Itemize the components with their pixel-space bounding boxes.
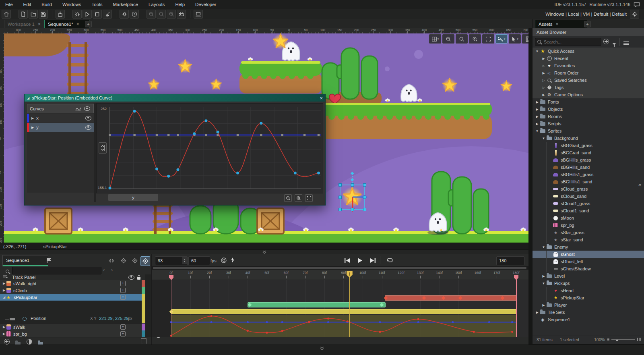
asset-tree-item-Objects[interactable]: ▶Objects: [533, 106, 644, 113]
select-tool-button[interactable]: ▾: [509, 34, 521, 44]
eye-icon[interactable]: [84, 106, 90, 111]
search-next-button[interactable]: ›: [111, 267, 113, 273]
crate-sprite[interactable]: [45, 208, 72, 234]
curve-window-titlebar[interactable]: ◢ sPickupStar: Position (Embedded Curve)…: [25, 94, 325, 102]
canvas-zoom-out-button[interactable]: [442, 34, 454, 44]
scale-handle[interactable]: [339, 196, 342, 199]
asset-tree-item-sGhostShadow[interactable]: sGhostShadow: [533, 265, 644, 272]
zoom-out-button[interactable]: [147, 10, 156, 19]
eye-icon[interactable]: [85, 125, 91, 130]
asset-search-box[interactable]: [535, 38, 601, 46]
curve-graph[interactable]: 252155.1: [96, 103, 323, 193]
asset-tree-item-sGhost[interactable]: sGhost: [533, 251, 644, 258]
scale-handle[interactable]: [363, 196, 366, 199]
lock-icon[interactable]: [137, 277, 140, 280]
asset-tree-item-Saved Searches[interactable]: ▷Saved Searches: [533, 77, 644, 84]
asset-tree-item-sStar_sand[interactable]: ★sStar_sand: [533, 236, 644, 243]
zoom-in-button[interactable]: [167, 10, 176, 19]
filter-icon[interactable]: [612, 39, 616, 47]
asset-tree-item-sCloud_grass[interactable]: sCloud_grass: [533, 185, 644, 193]
asset-tree-item-Tags[interactable]: ▷Tags: [533, 84, 644, 91]
zoom-slider[interactable]: [611, 339, 635, 340]
timeline[interactable]: 0f10f20f30f40f50f60f70f80f90f100f110f120…: [152, 266, 528, 337]
asset-tree-item-Tile Sets[interactable]: ▶Tile Sets: [533, 309, 644, 316]
menu-help[interactable]: Help: [170, 2, 190, 7]
position-track-row[interactable]: Position X Y 221.29, 225.29 px: [0, 301, 142, 324]
stop-button[interactable]: [93, 10, 102, 19]
asset-tree-item-sMoon[interactable]: sMoon: [533, 214, 644, 222]
play-button[interactable]: [355, 256, 365, 264]
feedback-icon[interactable]: [634, 2, 640, 7]
fit-view-button[interactable]: [482, 34, 494, 44]
canvas-zoom-in-button[interactable]: [469, 34, 481, 44]
graph-zoom-in-button[interactable]: [295, 194, 302, 202]
add-parameter-button[interactable]: +: [120, 324, 126, 330]
asset-tree-item-Fonts[interactable]: ▶Fonts: [533, 98, 644, 106]
asset-tree-item-Background[interactable]: ▼Background: [533, 135, 644, 142]
asset-tree-item-Pickups[interactable]: ▼Pickups: [533, 280, 644, 287]
close-icon[interactable]: ×: [320, 95, 323, 101]
channel-row-x[interactable]: ▶ x: [27, 114, 94, 122]
asset-tree-item-spr_bg[interactable]: spr_bg: [533, 222, 644, 229]
expand-icon[interactable]: ▶: [31, 126, 34, 129]
clip-sWalk_right[interactable]: [385, 295, 517, 301]
asset-tree-item-Recent[interactable]: ▶Recent: [533, 55, 644, 62]
expand-icon[interactable]: ▶: [31, 116, 34, 120]
track-search-input[interactable]: [12, 267, 101, 274]
filter-list-icon[interactable]: [3, 275, 9, 279]
bottom-collapse-strip[interactable]: [0, 345, 644, 355]
tab-workspace[interactable]: Workspace 1×: [4, 20, 50, 28]
asset-tree-item-sPickupStar[interactable]: ★sPickupStar: [533, 294, 644, 301]
zoom-reset-button[interactable]: [157, 10, 166, 19]
edit-tool-button[interactable]: ▾: [495, 34, 508, 44]
panel-flyout-chevron[interactable]: »: [638, 181, 641, 187]
skip-to-start-button[interactable]: [342, 256, 352, 264]
sequence-length-input[interactable]: 180: [496, 256, 524, 265]
asset-tree-item-sBGHills_grass[interactable]: sBGHills_grass: [533, 156, 644, 164]
eye-icon[interactable]: [85, 116, 91, 120]
scale-handle[interactable]: [363, 208, 366, 211]
asset-tree-item-Sprites[interactable]: ▼Sprites: [533, 127, 644, 135]
tab-sequence[interactable]: Sequence1*×: [44, 20, 89, 29]
asset-tree-item-sStar_grass[interactable]: ★sStar_grass: [533, 229, 644, 236]
asset-tree-item-Player[interactable]: ▶Player: [533, 301, 644, 309]
asset-tree-item-sCloud1_sand[interactable]: sCloud1_sand: [533, 207, 644, 214]
zoom-slider-handle[interactable]: [615, 339, 619, 341]
clean-button[interactable]: [103, 10, 112, 19]
clip-sClimb[interactable]: [248, 302, 385, 307]
spinner-arrows[interactable]: ▲▼: [182, 257, 187, 264]
asset-tree-item-Quick Access[interactable]: ▼★Quick Access: [533, 48, 644, 55]
track-scrollbar[interactable]: [145, 274, 151, 337]
menu-marketplace[interactable]: Marketplace: [107, 2, 143, 7]
asset-search-input[interactable]: [543, 39, 593, 45]
track-row-sPickupStar[interactable]: ◢★sPickupStar+: [0, 294, 142, 301]
loop-playback-button[interactable]: [384, 256, 394, 264]
add-tab-button[interactable]: +: [85, 21, 92, 27]
scale-handle[interactable]: [339, 208, 342, 211]
scale-handle[interactable]: [351, 184, 354, 187]
current-frame-input[interactable]: 93▲▼: [155, 256, 188, 265]
sequence-tab[interactable]: Sequence1: [2, 255, 48, 266]
asset-tree-item-Rooms[interactable]: ▶Rooms: [533, 113, 644, 120]
fit-vertical-button[interactable]: [99, 142, 107, 154]
bolt-icon[interactable]: [230, 257, 235, 264]
graph-fit-button[interactable]: [305, 194, 313, 202]
add-parameter-button[interactable]: +: [120, 288, 126, 293]
embedded-curve-window[interactable]: ◢ sPickupStar: Position (Embedded Curve)…: [24, 94, 326, 206]
pingpong-playback-button[interactable]: [107, 256, 116, 265]
asset-tree-item-sBGGrad_grass[interactable]: sBGGrad_grass: [533, 142, 644, 149]
timeline-scrollbar[interactable]: [152, 266, 528, 270]
close-icon[interactable]: ×: [38, 21, 41, 27]
asset-tree-item-sGhost_left[interactable]: sGhost_left: [533, 258, 644, 265]
add-asset-button[interactable]: [603, 39, 609, 46]
graph-zoom-out-button[interactable]: [284, 194, 292, 202]
menu-file[interactable]: File: [0, 2, 18, 7]
grid-view-icon[interactable]: [637, 338, 641, 341]
scale-handle[interactable]: [363, 184, 366, 187]
search-prev-button[interactable]: ‹: [103, 267, 105, 273]
auto-keyframe-toggle[interactable]: [140, 256, 150, 266]
close-icon[interactable]: ×: [76, 21, 79, 27]
panel-collapse-strip[interactable]: [0, 250, 528, 254]
collapse-icon[interactable]: ◢: [27, 96, 29, 100]
add-parameter-button[interactable]: +: [120, 331, 126, 336]
